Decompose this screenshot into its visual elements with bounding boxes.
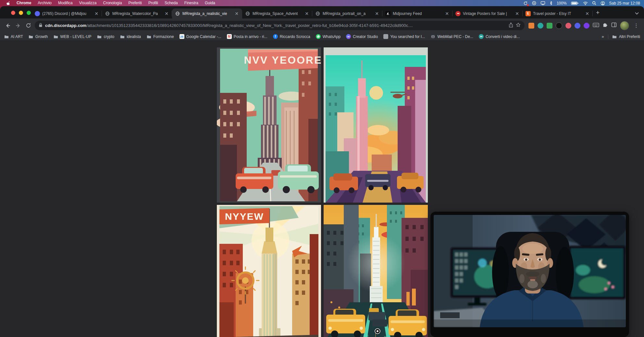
tab-close-icon[interactable]: ✕ bbox=[94, 11, 99, 16]
menu-item-scheda[interactable]: Scheda bbox=[161, 0, 181, 6]
menu-item-preferiti[interactable]: Preferiti bbox=[125, 0, 145, 6]
share-icon[interactable] bbox=[509, 22, 513, 29]
bookmark-label: idealista bbox=[127, 34, 141, 39]
bluetooth-icon[interactable] bbox=[550, 1, 552, 5]
tab-discord[interactable]: (2765) Discord | @Midjou ✕ bbox=[32, 8, 102, 19]
poster-title-bottom-left: NYYEW bbox=[225, 211, 264, 222]
bookmark-gmail-inbox[interactable]: M Posta in arrivo - ri... bbox=[227, 34, 267, 39]
wifi-icon[interactable] bbox=[583, 1, 588, 5]
tab-space-adventure[interactable]: MRregista_Space_Advent ✕ bbox=[242, 8, 312, 19]
back-button[interactable] bbox=[4, 22, 12, 30]
sync-notification-icon[interactable] bbox=[523, 1, 528, 6]
creator-studio-icon: ∞ bbox=[346, 34, 351, 39]
macos-menu-bar: Chrome Archivio Modifica Visualizza Cron… bbox=[0, 0, 644, 6]
tab-midjourney-feed[interactable]: Midjourney Feed ✕ bbox=[382, 8, 452, 19]
webcam-video-frame bbox=[434, 215, 626, 327]
bookmark-label: WhatsApp bbox=[323, 34, 341, 39]
tab-close-icon[interactable]: ✕ bbox=[514, 11, 520, 16]
extension-icon-orange[interactable] bbox=[528, 23, 534, 29]
bookmark-label: Growth bbox=[35, 34, 48, 39]
tab-portrait[interactable]: MRregista_portrait_on_a ✕ bbox=[312, 8, 382, 19]
tab-etsy[interactable]: E Travel poster - Etsy IT ✕ bbox=[523, 8, 593, 19]
extension-icon-green[interactable] bbox=[547, 23, 552, 29]
tab-watercolor[interactable]: MRregista_Watercolor_Pa ✕ bbox=[102, 8, 172, 19]
extension-icon-black[interactable] bbox=[556, 22, 562, 29]
bookmark-folder-formazione[interactable]: Formazione bbox=[146, 34, 174, 39]
video-converter-icon bbox=[479, 34, 484, 39]
fast-user-switch-icon[interactable] bbox=[601, 1, 605, 6]
menu-item-profili[interactable]: Profili bbox=[145, 0, 161, 6]
globe-favicon bbox=[175, 11, 180, 16]
menu-bar-clock[interactable]: Sab 25 mar 12:08 bbox=[609, 1, 640, 6]
url-domain: cdn.discordapp.com bbox=[45, 23, 86, 28]
spotlight-search-icon[interactable] bbox=[592, 1, 596, 5]
screen-mirroring-icon[interactable] bbox=[540, 1, 545, 5]
extension-icon-teal[interactable] bbox=[538, 23, 543, 29]
menu-item-finestra[interactable]: Finestra bbox=[181, 0, 202, 6]
bookmark-label: WebMail PEC - De... bbox=[437, 34, 473, 39]
menu-item-chrome[interactable]: Chrome bbox=[13, 0, 34, 6]
battery-icon[interactable] bbox=[571, 1, 579, 5]
folder-icon bbox=[146, 34, 151, 39]
tab-close-icon[interactable]: ✕ bbox=[234, 11, 239, 16]
screen: Chrome Archivio Modifica Visualizza Cron… bbox=[0, 0, 644, 337]
bookmark-whatsapp[interactable]: WhatsApp bbox=[316, 34, 341, 39]
folder-icon bbox=[120, 34, 125, 39]
tab-label: Travel poster - Etsy IT bbox=[533, 11, 582, 16]
menu-item-archivio[interactable]: Archivio bbox=[34, 0, 55, 6]
bookmarks-bar: AI ART Growth WEB - LEVEL-UP crypto idea… bbox=[0, 32, 644, 41]
bookmark-webmail-pec[interactable]: WebMail PEC - De... bbox=[430, 34, 473, 39]
side-panel-icon[interactable] bbox=[611, 22, 617, 29]
bookmark-label: Google Calendar -... bbox=[186, 34, 221, 39]
menu-item-visualizza[interactable]: Visualizza bbox=[76, 0, 100, 6]
reload-button[interactable] bbox=[25, 22, 32, 29]
tab-close-icon[interactable]: ✕ bbox=[164, 11, 169, 16]
bookmark-you-searched[interactable]: You searched for I... bbox=[383, 34, 425, 39]
forward-button[interactable] bbox=[14, 22, 22, 30]
bookmark-folder-crypto[interactable]: crypto bbox=[97, 34, 115, 39]
bookmark-google-calendar[interactable]: 25 Google Calendar -... bbox=[180, 34, 221, 39]
bookmark-star-icon[interactable] bbox=[516, 22, 521, 29]
bookmark-folder-growth[interactable]: Growth bbox=[29, 34, 48, 39]
bookmark-folder-web-level-up[interactable]: WEB - LEVEL-UP bbox=[53, 34, 91, 39]
profile-avatar[interactable] bbox=[620, 21, 629, 30]
webcam-overlay bbox=[430, 212, 629, 337]
tab-label: MRregista_Space_Advent bbox=[253, 11, 302, 16]
poster-new-york-retro-banner: NVV YEOORE bbox=[217, 47, 321, 203]
tab-close-icon[interactable]: ✕ bbox=[374, 11, 379, 16]
shield-status-icon[interactable] bbox=[532, 1, 536, 5]
tab-realistic-view-active[interactable]: MRregista_a_realistic_vie ✕ bbox=[172, 8, 242, 19]
tab-close-icon[interactable]: ✕ bbox=[585, 11, 590, 16]
right-monitor bbox=[568, 246, 626, 299]
menu-item-guida[interactable]: Guida bbox=[202, 0, 218, 6]
browser-toolbar: cdn.discordapp.com/attachments/101351233… bbox=[0, 19, 644, 32]
extensions-puzzle-icon[interactable] bbox=[602, 22, 608, 29]
zoom-window-button[interactable] bbox=[27, 11, 31, 15]
extension-icon-red[interactable] bbox=[565, 23, 571, 29]
bookmark-facebook-profile[interactable]: f Riccardo Scrocca bbox=[273, 34, 310, 39]
folder-icon bbox=[4, 34, 9, 39]
tab-vintage-posters[interactable]: Vintage Posters for Sale | ✕ bbox=[452, 8, 523, 19]
keyboard-shortcut-icon[interactable] bbox=[593, 23, 599, 29]
bookmark-converti-video[interactable]: Converti i video di... bbox=[479, 34, 520, 39]
menu-item-modifica[interactable]: Modifica bbox=[55, 0, 76, 6]
bookmark-creator-studio[interactable]: ∞ Creator Studio bbox=[346, 34, 378, 39]
bookmark-folder-ai-art[interactable]: AI ART bbox=[4, 34, 23, 39]
menu-item-cronologia[interactable]: Cronologia bbox=[100, 0, 125, 6]
new-tab-button[interactable]: + bbox=[596, 9, 600, 16]
apple-menu-icon[interactable] bbox=[4, 1, 13, 6]
tab-search-chevron-icon[interactable] bbox=[635, 10, 639, 16]
globe-favicon bbox=[245, 11, 250, 16]
bookmark-other-favorites[interactable]: Altri Preferiti bbox=[612, 34, 640, 39]
close-window-button[interactable] bbox=[11, 11, 15, 15]
poster-title-top-left: NVV YEOORE bbox=[244, 54, 321, 66]
minimize-window-button[interactable] bbox=[19, 11, 23, 15]
tab-close-icon[interactable]: ✕ bbox=[444, 11, 450, 16]
tab-close-icon[interactable]: ✕ bbox=[304, 11, 309, 16]
bookmarks-overflow-chevron[interactable]: » bbox=[601, 34, 604, 39]
address-bar[interactable]: cdn.discordapp.com/attachments/101351233… bbox=[35, 21, 525, 30]
bookmark-folder-idealista[interactable]: idealista bbox=[120, 34, 141, 39]
extension-icon-purple[interactable] bbox=[584, 23, 589, 29]
chrome-menu-icon[interactable]: ⋮ bbox=[632, 22, 640, 29]
extension-icon-indigo[interactable] bbox=[575, 23, 580, 29]
